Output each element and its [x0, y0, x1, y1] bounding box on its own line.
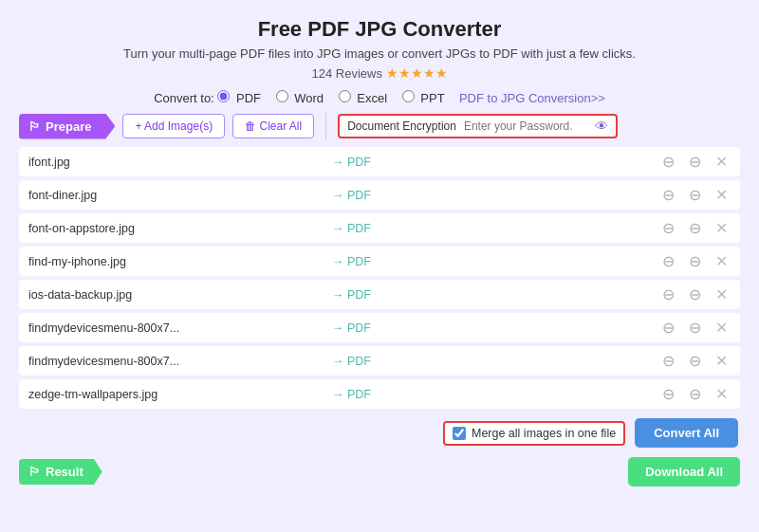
download-icon[interactable]: ⊖ [685, 352, 704, 370]
flag-icon: 🏳 [28, 119, 41, 134]
table-row: findmydevicesmenu-800x7... → PDF ⊖ ⊖ ✕ [19, 313, 740, 342]
remove-icon[interactable]: ✕ [712, 385, 731, 403]
file-name: ios-data-backup.jpg [28, 288, 332, 302]
merge-area: Merge all images in one file [443, 421, 625, 446]
download-icon[interactable]: ⊖ [685, 219, 704, 237]
convert-to-label: Convert to: [154, 91, 214, 105]
encryption-area: Document Encryption 👁 [338, 114, 618, 138]
arrow-pdf: → PDF [332, 222, 658, 235]
option-ppt[interactable]: PPT [402, 91, 448, 105]
info-icon[interactable]: ⊖ [658, 153, 677, 171]
eye-icon[interactable]: 👁 [595, 119, 608, 134]
info-icon[interactable]: ⊖ [658, 285, 677, 303]
result-badge: 🏳 Result [19, 459, 102, 485]
toolbar-divider [325, 113, 326, 139]
radio-pdf[interactable] [217, 90, 230, 102]
encryption-label: Document Encryption [347, 119, 456, 133]
info-icon[interactable]: ⊖ [658, 385, 677, 403]
info-icon[interactable]: ⊖ [658, 219, 677, 237]
result-section: 🏳 Result Download All [19, 457, 740, 486]
table-row: findmydevicesmenu-800x7... → PDF ⊖ ⊖ ✕ [19, 346, 740, 376]
arrow-pdf: → PDF [332, 355, 658, 368]
prepare-badge: 🏳 Prepare [19, 114, 115, 139]
table-row: zedge-tm-wallpapers.jpg → PDF ⊖ ⊖ ✕ [19, 379, 740, 409]
info-icon[interactable]: ⊖ [658, 352, 677, 370]
file-actions: ⊖ ⊖ ✕ [658, 319, 731, 337]
prepare-label: Prepare [46, 119, 91, 134]
download-icon[interactable]: ⊖ [685, 153, 704, 171]
file-actions: ⊖ ⊖ ✕ [658, 252, 731, 270]
remove-icon[interactable]: ✕ [712, 186, 731, 204]
stars: ★★★★★ [386, 65, 448, 81]
info-icon[interactable]: ⊖ [658, 186, 677, 204]
file-actions: ⊖ ⊖ ✕ [658, 352, 731, 370]
file-name: ifont.jpg [28, 156, 332, 169]
page-title: Free PDF JPG Converter [19, 17, 740, 42]
result-label: Result [46, 465, 83, 479]
info-icon[interactable]: ⊖ [658, 319, 677, 337]
remove-icon[interactable]: ✕ [712, 252, 731, 270]
reviews-count: 124 Reviews [311, 66, 381, 81]
file-actions: ⊖ ⊖ ✕ [658, 285, 731, 303]
table-row: ios-data-backup.jpg → PDF ⊖ ⊖ ✕ [19, 280, 740, 309]
file-list: ifont.jpg → PDF ⊖ ⊖ ✕ font-diner.jpg → P… [19, 147, 740, 409]
option-word[interactable]: Word [276, 91, 327, 105]
header: Free PDF JPG Converter Turn your multi-p… [19, 17, 740, 81]
subtitle: Turn your multi-page PDF files into JPG … [19, 46, 740, 61]
arrow-pdf: → PDF [332, 255, 658, 268]
file-actions: ⊖ ⊖ ✕ [658, 186, 731, 204]
file-name: font-diner.jpg [28, 189, 332, 202]
convert-options: Convert to: PDF Word Excel PPT PDF to JP… [19, 90, 740, 105]
file-actions: ⊖ ⊖ ✕ [658, 153, 731, 171]
file-name: findmydevicesmenu-800x7... [28, 321, 332, 335]
password-input[interactable] [464, 119, 587, 133]
arrow-pdf: → PDF [332, 321, 658, 335]
remove-icon[interactable]: ✕ [712, 352, 731, 370]
remove-icon[interactable]: ✕ [712, 219, 731, 237]
option-pdf[interactable]: PDF [217, 91, 264, 105]
radio-ppt[interactable] [402, 90, 415, 102]
file-actions: ⊖ ⊖ ✕ [658, 385, 731, 403]
arrow-pdf: → PDF [332, 388, 658, 401]
remove-icon[interactable]: ✕ [712, 319, 731, 337]
merge-checkbox[interactable] [453, 427, 466, 440]
file-name: find-my-iphone.jpg [28, 255, 332, 268]
convert-all-button[interactable]: Convert All [635, 418, 738, 448]
clear-all-button[interactable]: 🗑 Clear All [232, 114, 314, 138]
download-icon[interactable]: ⊖ [685, 319, 704, 337]
reviews: 124 Reviews ★★★★★ [19, 65, 740, 81]
merge-label: Merge all images in one file [472, 427, 616, 440]
radio-excel[interactable] [339, 90, 351, 102]
file-name: findmydevicesmenu-800x7... [28, 355, 332, 368]
page-wrapper: Free PDF JPG Converter Turn your multi-p… [0, 0, 759, 532]
file-actions: ⊖ ⊖ ✕ [658, 219, 731, 237]
pdf-to-jpg-link[interactable]: PDF to JPG Conversion>> [459, 91, 605, 105]
arrow-pdf: → PDF [332, 288, 658, 302]
bottom-bar: Merge all images in one file Convert All [19, 418, 740, 448]
radio-word[interactable] [276, 90, 288, 102]
option-excel[interactable]: Excel [339, 91, 391, 105]
download-icon[interactable]: ⊖ [685, 285, 704, 303]
file-name: font-on-appstore.jpg [28, 222, 332, 235]
arrow-pdf: → PDF [332, 156, 658, 169]
info-icon[interactable]: ⊖ [658, 252, 677, 270]
remove-icon[interactable]: ✕ [712, 153, 731, 171]
download-icon[interactable]: ⊖ [685, 186, 704, 204]
arrow-pdf: → PDF [332, 189, 658, 202]
download-icon[interactable]: ⊖ [685, 252, 704, 270]
download-all-button[interactable]: Download All [628, 457, 740, 486]
table-row: ifont.jpg → PDF ⊖ ⊖ ✕ [19, 147, 740, 176]
result-flag-icon: 🏳 [28, 465, 41, 479]
table-row: font-diner.jpg → PDF ⊖ ⊖ ✕ [19, 180, 740, 210]
download-icon[interactable]: ⊖ [685, 385, 704, 403]
table-row: find-my-iphone.jpg → PDF ⊖ ⊖ ✕ [19, 247, 740, 276]
file-name: zedge-tm-wallpapers.jpg [28, 388, 332, 401]
toolbar: 🏳 Prepare + Add Image(s) 🗑 Clear All Doc… [19, 113, 740, 139]
remove-icon[interactable]: ✕ [712, 285, 731, 303]
add-images-button[interactable]: + Add Image(s) [122, 114, 225, 138]
table-row: font-on-appstore.jpg → PDF ⊖ ⊖ ✕ [19, 213, 740, 243]
